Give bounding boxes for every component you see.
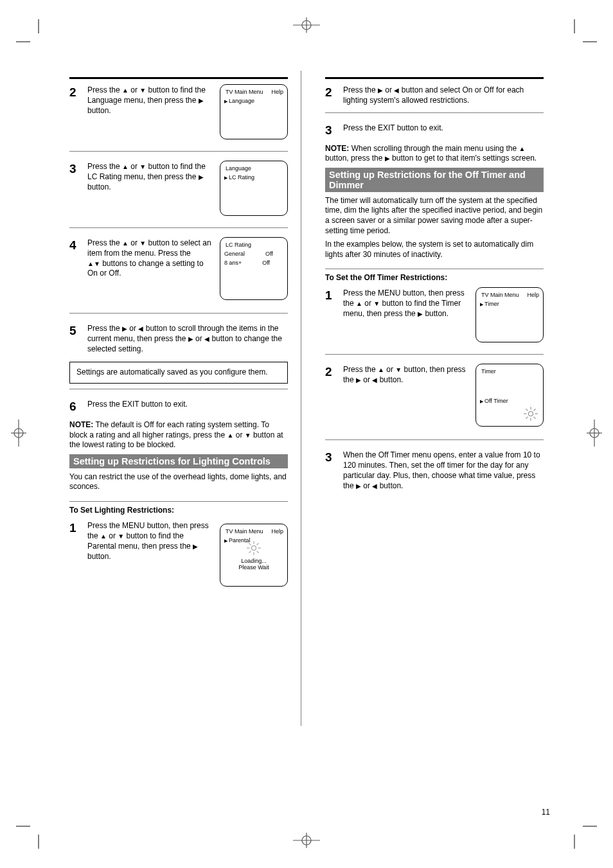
down-arrow-icon bbox=[118, 531, 124, 540]
mini-item: LC Rating bbox=[229, 174, 254, 181]
up-arrow-icon bbox=[519, 144, 526, 153]
registration-mark-icon bbox=[293, 15, 320, 37]
up-arrow-icon bbox=[100, 531, 107, 540]
mini-title: Timer bbox=[481, 368, 496, 375]
step-6: 6 Press the EXIT button to exit. bbox=[69, 393, 288, 416]
right-arrow-icon bbox=[193, 542, 198, 551]
svg-line-28 bbox=[257, 551, 259, 553]
right-arrow-icon bbox=[418, 309, 423, 318]
up-arrow-icon bbox=[122, 238, 129, 247]
mini-screen: TV Main MenuHelp Timer bbox=[475, 287, 544, 342]
left-arrow-icon bbox=[204, 334, 209, 343]
right-column: 2 Press the or button and select On or O… bbox=[325, 77, 544, 494]
down-arrow-icon bbox=[373, 299, 380, 308]
note-text: NOTE: The default is Off for each rating… bbox=[69, 420, 288, 450]
registration-mark-icon bbox=[585, 420, 604, 449]
step-number: 1 bbox=[325, 288, 338, 319]
sun-icon bbox=[522, 405, 539, 422]
mini-title: Language bbox=[226, 165, 251, 172]
subsection-title: To Set the Off Timer Restrictions: bbox=[325, 273, 544, 282]
mini-item: Language bbox=[229, 98, 254, 104]
section-description: The timer will automatically turn off th… bbox=[325, 196, 544, 236]
registration-mark-icon bbox=[9, 420, 28, 449]
svg-line-27 bbox=[249, 543, 251, 545]
step-number: 3 bbox=[325, 123, 338, 137]
step-3: 3 When the Off Timer menu opens, enter a… bbox=[325, 444, 544, 493]
mini-title: TV Main Menu bbox=[226, 528, 263, 535]
up-arrow-icon bbox=[122, 85, 129, 94]
step-number: 2 bbox=[325, 365, 338, 385]
mini-value: Off bbox=[265, 251, 273, 257]
step-text: Press the EXIT button to exit. bbox=[87, 400, 288, 414]
selector-icon bbox=[224, 537, 227, 544]
note-label: NOTE: bbox=[69, 420, 93, 429]
step-text: Press the or button and select On or Off… bbox=[343, 85, 544, 106]
config-note-box: Settings are automatically saved as you … bbox=[69, 362, 288, 384]
right-arrow-icon bbox=[122, 324, 127, 333]
page-content: 2 Press the or button to find the Langua… bbox=[69, 77, 544, 791]
step-number: 1 bbox=[69, 521, 82, 562]
svg-line-37 bbox=[534, 417, 536, 419]
mini-item: Off Timer bbox=[484, 398, 508, 404]
selector-icon bbox=[480, 398, 483, 404]
step-number: 2 bbox=[325, 85, 338, 106]
svg-point-22 bbox=[252, 546, 256, 551]
crop-mark-icon bbox=[16, 817, 48, 849]
selector-icon bbox=[224, 98, 227, 104]
mini-help: Help bbox=[527, 292, 539, 298]
step-5: 5 Press the or button to scroll through … bbox=[69, 317, 288, 357]
right-arrow-icon bbox=[199, 172, 204, 181]
section-header: Setting up Restrictions for Lighting Con… bbox=[69, 454, 288, 468]
svg-line-29 bbox=[249, 551, 251, 553]
step-text: Press the EXIT button to exit. bbox=[343, 123, 544, 137]
svg-line-39 bbox=[534, 409, 536, 411]
registration-mark-icon bbox=[293, 831, 320, 853]
mini-title: TV Main Menu bbox=[226, 89, 263, 95]
section-header: Setting up Restrictions for the Off Time… bbox=[325, 168, 544, 192]
column-divider bbox=[301, 71, 301, 726]
right-arrow-icon bbox=[188, 334, 193, 343]
step-number: 3 bbox=[69, 162, 82, 192]
selector-icon bbox=[224, 174, 227, 181]
step-number: 6 bbox=[69, 400, 82, 414]
crop-mark-icon bbox=[565, 817, 597, 849]
down-arrow-icon bbox=[139, 238, 146, 247]
step-number: 5 bbox=[69, 324, 82, 354]
mini-screen: Language LC Rating bbox=[220, 161, 288, 216]
step-2: 2 Press the or button and select On or O… bbox=[325, 79, 544, 109]
mini-screen: Timer Off Timer bbox=[475, 364, 544, 427]
mini-item: 8 ans+ bbox=[224, 260, 242, 266]
selector-icon bbox=[480, 301, 483, 307]
step-number: 3 bbox=[325, 450, 338, 491]
section-description: In the examples below, the system is set… bbox=[325, 240, 544, 260]
step-number: 2 bbox=[69, 85, 82, 116]
page-number: 11 bbox=[542, 808, 550, 817]
crop-mark-icon bbox=[565, 19, 597, 51]
mini-item: General bbox=[224, 251, 245, 257]
mini-help: Help bbox=[271, 528, 283, 535]
svg-point-31 bbox=[529, 412, 533, 416]
mini-screen: TV Main MenuHelp Language bbox=[220, 84, 288, 139]
subsection-title: To Set Lighting Restrictions: bbox=[69, 506, 288, 515]
step-3: 3 Press the EXIT button to exit. bbox=[325, 117, 544, 140]
mini-screen: TV Main MenuHelp Parental Loading... Ple… bbox=[220, 524, 288, 587]
right-arrow-icon bbox=[378, 85, 383, 94]
right-arrow-icon bbox=[385, 154, 390, 163]
left-column: 2 Press the or button to find the Langua… bbox=[69, 77, 288, 592]
right-arrow-icon bbox=[199, 96, 204, 105]
right-arrow-icon bbox=[356, 375, 361, 384]
note-label: NOTE: bbox=[325, 144, 349, 153]
up-arrow-icon bbox=[356, 299, 362, 308]
down-arrow-icon bbox=[139, 85, 146, 94]
up-arrow-icon bbox=[122, 162, 129, 171]
loading-icon bbox=[245, 540, 262, 556]
down-arrow-icon bbox=[139, 162, 146, 171]
up-arrow-icon bbox=[87, 259, 94, 268]
crop-mark-icon bbox=[16, 19, 48, 51]
section-description: You can restrict the use of the overhead… bbox=[69, 472, 288, 492]
step-text: Press the or button to scroll through th… bbox=[87, 324, 288, 354]
mini-title: TV Main Menu bbox=[481, 292, 519, 298]
up-arrow-icon bbox=[227, 430, 233, 439]
svg-line-30 bbox=[257, 543, 259, 545]
mini-item: Timer bbox=[484, 301, 499, 307]
